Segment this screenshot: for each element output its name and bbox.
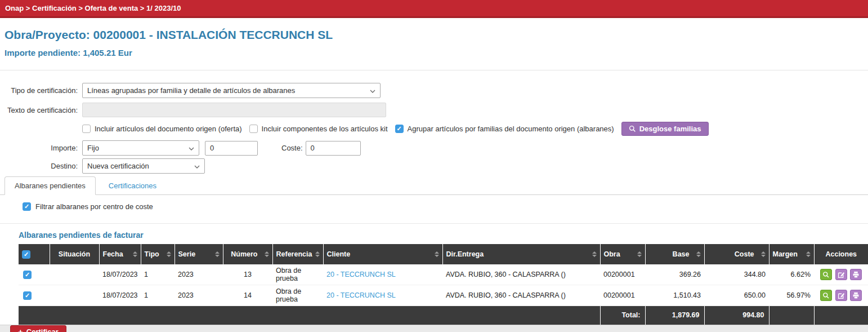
tipo-certificacion-select[interactable]: Líneas agrupadas por familia y detalle d… xyxy=(82,83,381,98)
col-fecha-label: Fecha xyxy=(103,250,123,258)
cell-obra: 00200001 xyxy=(600,264,645,285)
sort-icon[interactable] xyxy=(265,251,269,257)
search-icon xyxy=(822,271,830,278)
checkbox-checked-icon[interactable]: ✓ xyxy=(23,202,31,211)
destino-select[interactable]: Nueva certificación xyxy=(82,158,205,174)
importe-input[interactable]: 0 xyxy=(205,141,258,156)
tab-certificaciones[interactable]: Certificaciones xyxy=(99,176,167,195)
sort-icon[interactable] xyxy=(315,251,320,257)
cell-coste: 344.80 xyxy=(704,264,769,285)
col-serie-label: Serie xyxy=(178,250,196,258)
sort-icon[interactable] xyxy=(435,251,439,257)
table-title: Albaranes pendientes de facturar xyxy=(19,231,864,240)
cell-base: 1,510.43 xyxy=(645,285,704,306)
sort-icon[interactable] xyxy=(696,251,701,257)
checkbox-unchecked-icon[interactable] xyxy=(82,125,91,133)
cell-numero: 14 xyxy=(223,285,272,306)
chevron-down-icon xyxy=(370,90,375,93)
filter-row[interactable]: ✓ Filtrar albaranes por centro de coste xyxy=(23,202,868,211)
total-label: Total: xyxy=(600,306,645,325)
col-margen-sortable[interactable]: Margen xyxy=(769,244,814,264)
coste-label: Coste: xyxy=(281,144,303,152)
texto-certificacion-label: Texto de certificación: xyxy=(0,106,78,114)
col-cliente-sortable[interactable]: Cliente xyxy=(323,244,442,264)
incluir-kit-label: Incluir componentes de los artículos kit xyxy=(262,125,388,133)
col-numero-label: Número xyxy=(231,250,257,258)
view-button[interactable] xyxy=(820,290,832,301)
importe-tipo-select[interactable]: Fijo xyxy=(82,140,199,156)
incluir-kit-checkbox-group[interactable]: Incluir componentes de los artículos kit xyxy=(249,125,388,133)
coste-input[interactable]: 0 xyxy=(306,141,361,156)
sort-icon[interactable] xyxy=(133,251,137,257)
plus-icon: + xyxy=(18,327,23,332)
albaranes-table: ✓ Situación Fecha Tipo Serie Número Refe… xyxy=(19,244,868,325)
importe-tipo-value: Fijo xyxy=(87,144,99,152)
sort-icon[interactable] xyxy=(592,251,597,257)
cell-serie: 2023 xyxy=(175,264,223,285)
col-tipo-label: Tipo xyxy=(145,250,159,258)
coste-input-value: 0 xyxy=(311,144,315,152)
row-checkbox[interactable]: ✓ xyxy=(23,291,32,300)
texto-certificacion-input xyxy=(82,103,386,117)
printer-icon xyxy=(852,292,860,299)
select-all-checkbox[interactable]: ✓ xyxy=(22,250,30,259)
section-divider xyxy=(0,223,868,224)
destino-value: Nueva certificación xyxy=(87,162,149,170)
edit-button[interactable] xyxy=(835,290,847,301)
total-coste: 994.80 xyxy=(704,306,769,325)
sort-icon[interactable] xyxy=(637,251,642,257)
cell-base: 369.26 xyxy=(645,264,704,285)
col-referencia-sortable[interactable]: Referencia xyxy=(272,244,323,264)
table-row: ✓ 18/07/2023 1 2023 14 Obra de prueba 20… xyxy=(19,285,868,306)
sort-icon[interactable] xyxy=(761,251,766,257)
checkbox-unchecked-icon[interactable] xyxy=(249,125,258,133)
table-total-row: Total: 1,879.69 994.80 xyxy=(19,306,868,325)
sort-icon[interactable] xyxy=(215,251,220,257)
view-button[interactable] xyxy=(820,269,832,280)
col-base-label: Base xyxy=(673,250,690,258)
pending-amount: Importe pendiente: 1,405.21 Eur xyxy=(5,47,863,59)
col-coste-sortable[interactable]: Coste xyxy=(704,244,769,264)
col-cliente-label: Cliente xyxy=(327,250,351,258)
col-obra-sortable[interactable]: Obra xyxy=(600,244,645,264)
tab-albaranes-pendientes[interactable]: Albaranes pendientes xyxy=(5,176,96,195)
breadcrumb[interactable]: Onap > Certificación > Oferta de venta >… xyxy=(0,0,868,18)
cell-referencia: Obra de prueba xyxy=(272,264,323,285)
print-button[interactable] xyxy=(850,269,862,280)
checkbox-checked-icon[interactable]: ✓ xyxy=(395,125,404,133)
col-base-sortable[interactable]: Base xyxy=(645,244,704,264)
sort-icon[interactable] xyxy=(806,251,811,257)
cell-tipo: 1 xyxy=(141,285,175,306)
col-margen-label: Margen xyxy=(773,250,798,258)
print-button[interactable] xyxy=(850,290,862,301)
col-obra-label: Obra xyxy=(604,250,620,258)
col-fecha-sortable[interactable]: Fecha xyxy=(99,244,141,264)
destino-label: Destino: xyxy=(0,162,78,170)
edit-button[interactable] xyxy=(835,269,847,280)
certificar-button[interactable]: + Certificar xyxy=(10,325,66,332)
col-direntrega-label: Dir.Entrega xyxy=(446,250,484,258)
importe-input-value: 0 xyxy=(210,144,214,152)
col-referencia-label: Referencia xyxy=(276,250,312,258)
filter-albaranes-label: Filtrar albaranes por centro de coste xyxy=(35,202,153,211)
col-numero-sortable[interactable]: Número xyxy=(223,244,272,264)
col-tipo-sortable[interactable]: Tipo xyxy=(141,244,175,264)
certificar-label: Certificar xyxy=(26,327,59,332)
row-checkbox[interactable]: ✓ xyxy=(23,271,32,279)
col-serie-sortable[interactable]: Serie xyxy=(175,244,223,264)
cliente-link[interactable]: 20 - TECCRUNCH SL xyxy=(326,291,396,299)
page-header: Obra/Proyecto: 00200001 - INSTALACIÓN TE… xyxy=(0,18,868,70)
chevron-down-icon xyxy=(194,165,200,169)
sort-icon[interactable] xyxy=(167,251,171,257)
cell-obra: 00200001 xyxy=(600,285,645,306)
incluir-oferta-label: Incluir artículos del documento origen (… xyxy=(95,125,242,133)
agrupar-familias-checkbox-group[interactable]: ✓ Agrupar artículos por familias del doc… xyxy=(395,125,614,133)
desglose-familias-button[interactable]: Desglose familias xyxy=(621,122,709,136)
col-direntrega-sortable[interactable]: Dir.Entrega xyxy=(442,244,600,264)
cliente-link[interactable]: 20 - TECCRUNCH SL xyxy=(326,271,396,278)
total-base: 1,879.69 xyxy=(645,306,704,325)
incluir-oferta-checkbox-group[interactable]: Incluir artículos del documento origen (… xyxy=(82,125,242,133)
table-row: ✓ 18/07/2023 1 2023 13 Obra de prueba 20… xyxy=(19,264,868,285)
col-acciones: Acciones xyxy=(825,250,857,258)
page-title: Obra/Proyecto: 00200001 - INSTALACIÓN TE… xyxy=(5,27,863,43)
